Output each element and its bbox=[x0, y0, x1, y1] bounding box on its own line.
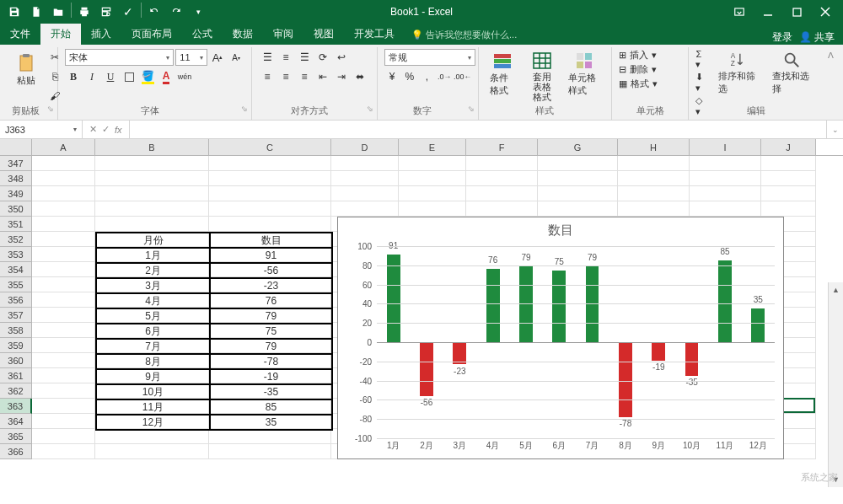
table-cell[interactable]: 5月 bbox=[96, 308, 210, 324]
save-icon[interactable] bbox=[5, 3, 24, 21]
tab-pagelayout[interactable]: 页面布局 bbox=[121, 24, 182, 45]
row-header[interactable]: 355 bbox=[0, 277, 32, 292]
bar[interactable] bbox=[387, 255, 400, 342]
bar[interactable] bbox=[751, 308, 765, 342]
border-button[interactable] bbox=[121, 68, 137, 85]
align-left-icon[interactable]: ≡ bbox=[259, 68, 276, 85]
table-cell[interactable]: 35 bbox=[210, 415, 332, 430]
table-cell[interactable]: 7月 bbox=[96, 339, 210, 354]
col-header-F[interactable]: F bbox=[466, 139, 538, 155]
ribbon-options-icon[interactable] bbox=[730, 3, 749, 21]
table-cell[interactable]: 79 bbox=[210, 308, 332, 324]
bar[interactable] bbox=[619, 342, 632, 417]
row-header[interactable]: 352 bbox=[0, 232, 32, 247]
col-header-D[interactable]: D bbox=[331, 139, 399, 155]
table-cell[interactable]: -56 bbox=[210, 263, 332, 278]
redo-icon[interactable] bbox=[167, 3, 185, 21]
conditional-format-button[interactable]: 条件格式 bbox=[486, 49, 520, 99]
bar[interactable] bbox=[652, 342, 665, 361]
tab-insert[interactable]: 插入 bbox=[81, 24, 121, 45]
enter-formula-icon[interactable]: ✓ bbox=[102, 124, 110, 135]
name-box[interactable]: J363▾ bbox=[0, 121, 83, 138]
scroll-up-icon[interactable]: ▲ bbox=[829, 282, 843, 298]
alignment-launcher-icon[interactable]: ⬂ bbox=[367, 105, 377, 113]
row-header[interactable]: 349 bbox=[0, 186, 32, 201]
tab-developer[interactable]: 开发工具 bbox=[344, 24, 405, 45]
table-cell[interactable]: 12月 bbox=[96, 415, 210, 430]
select-all-corner[interactable] bbox=[0, 139, 32, 155]
number-launcher-icon[interactable]: ⬂ bbox=[468, 105, 478, 113]
row-header[interactable]: 350 bbox=[0, 201, 32, 217]
col-header-J[interactable]: J bbox=[761, 139, 816, 155]
minimize-icon[interactable] bbox=[759, 3, 777, 21]
maximize-icon[interactable] bbox=[787, 3, 806, 21]
autosum-button[interactable]: Σ ▾ bbox=[695, 49, 709, 70]
row-header[interactable]: 363 bbox=[0, 399, 32, 414]
col-header-C[interactable]: C bbox=[209, 139, 331, 155]
login-button[interactable]: 登录 bbox=[772, 30, 792, 45]
align-middle-icon[interactable]: ≡ bbox=[277, 49, 294, 66]
row-header[interactable]: 351 bbox=[0, 217, 32, 232]
align-right-icon[interactable]: ≡ bbox=[296, 68, 313, 85]
collapse-ribbon-icon[interactable]: ᐱ bbox=[823, 47, 839, 120]
increase-decimal-icon[interactable]: .0→ bbox=[437, 68, 453, 85]
paste-button[interactable]: 粘贴 bbox=[11, 49, 41, 90]
row-header[interactable]: 362 bbox=[0, 383, 32, 399]
decrease-font-icon[interactable]: A▾ bbox=[228, 49, 244, 66]
tab-data[interactable]: 数据 bbox=[223, 24, 263, 45]
find-select-button[interactable]: 查找和选择 bbox=[768, 49, 816, 97]
col-header-B[interactable]: B bbox=[95, 139, 209, 155]
col-header-E[interactable]: E bbox=[399, 139, 466, 155]
qat-customize-icon[interactable]: ▾ bbox=[189, 3, 207, 21]
percent-icon[interactable]: % bbox=[401, 68, 417, 85]
decrease-decimal-icon[interactable]: .00← bbox=[454, 68, 471, 85]
bar[interactable] bbox=[552, 271, 566, 343]
undo-icon[interactable] bbox=[145, 3, 164, 21]
bar[interactable] bbox=[685, 342, 699, 376]
insert-cells-button[interactable]: ⊞插入 ▾ bbox=[619, 49, 658, 62]
sort-filter-button[interactable]: AZ排序和筛选 bbox=[714, 49, 762, 97]
embedded-chart[interactable]: 数目 -100-80-60-40-20020406080100 91-56-23… bbox=[337, 217, 784, 459]
table-cell[interactable]: 11月 bbox=[96, 399, 210, 415]
cell-styles-button[interactable]: 单元格样式 bbox=[564, 49, 604, 99]
quickprint-icon[interactable] bbox=[75, 3, 94, 21]
col-header-H[interactable]: H bbox=[618, 139, 690, 155]
col-header-G[interactable]: G bbox=[538, 139, 618, 155]
bar[interactable] bbox=[420, 342, 433, 396]
row-header[interactable]: 348 bbox=[0, 171, 32, 186]
comma-icon[interactable]: , bbox=[419, 68, 435, 85]
new-icon[interactable] bbox=[27, 3, 46, 21]
tab-view[interactable]: 视图 bbox=[303, 24, 344, 45]
increase-indent-icon[interactable]: ⇥ bbox=[333, 68, 350, 85]
font-launcher-icon[interactable]: ⬂ bbox=[241, 105, 251, 113]
share-button[interactable]: 👤 共享 bbox=[799, 30, 835, 45]
table-cell[interactable]: 75 bbox=[210, 324, 332, 339]
table-cell[interactable]: 6月 bbox=[96, 324, 210, 339]
row-header[interactable]: 361 bbox=[0, 368, 32, 383]
bold-button[interactable]: B bbox=[65, 68, 82, 85]
row-header[interactable]: 365 bbox=[0, 429, 32, 444]
row-header[interactable]: 359 bbox=[0, 338, 32, 353]
fontcolor-button[interactable]: A bbox=[158, 68, 175, 85]
table-cell[interactable]: -35 bbox=[210, 384, 332, 399]
table-cell[interactable]: 8月 bbox=[96, 354, 210, 369]
table-cell[interactable]: 91 bbox=[210, 248, 332, 263]
vertical-scrollbar[interactable]: ▲ ▼ bbox=[828, 282, 843, 487]
row-header[interactable]: 354 bbox=[0, 262, 32, 277]
wraptext-icon[interactable]: ↩ bbox=[333, 49, 350, 66]
tellme-search[interactable]: 💡 告诉我您想要做什么... bbox=[405, 25, 524, 45]
table-cell[interactable]: 1月 bbox=[96, 248, 210, 263]
underline-button[interactable]: U bbox=[102, 68, 119, 85]
data-table[interactable]: 月份数目1月912月-563月-234月765月796月757月798月-789… bbox=[95, 232, 333, 431]
row-header[interactable]: 364 bbox=[0, 414, 32, 429]
col-header-I[interactable]: I bbox=[690, 139, 761, 155]
row-header[interactable]: 357 bbox=[0, 308, 32, 323]
close-icon[interactable] bbox=[816, 3, 835, 21]
fill-button[interactable]: ⬇ ▾ bbox=[695, 72, 709, 94]
merge-button[interactable]: ⬌ bbox=[352, 68, 368, 85]
phonetic-button[interactable]: wén bbox=[176, 68, 193, 85]
worksheet[interactable]: ABCDEFGHIJ 34734834935035135235335435535… bbox=[0, 139, 843, 487]
font-name-combo[interactable]: 宋体▾ bbox=[65, 49, 174, 66]
number-format-combo[interactable]: 常规▾ bbox=[384, 49, 475, 66]
printpreview-icon[interactable] bbox=[97, 3, 115, 21]
